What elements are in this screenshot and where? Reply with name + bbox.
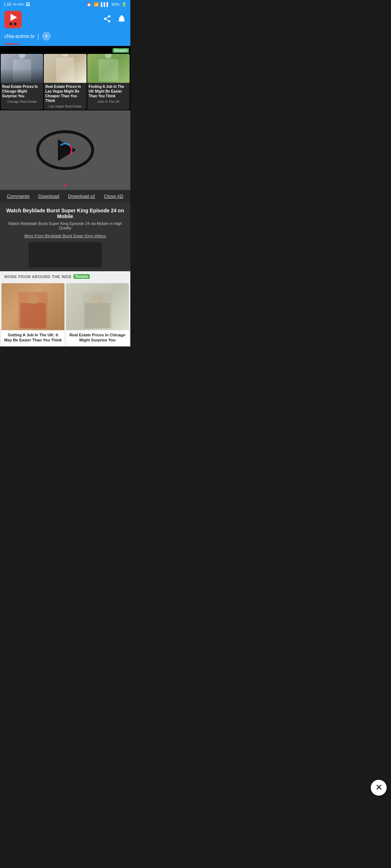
video-play-oval: [36, 130, 94, 170]
tab-active-line: [4, 43, 19, 44]
battery-text: 80%: [112, 2, 119, 7]
ad-card-ukjobs[interactable]: Finding A Job In The UK Might Be Easier …: [87, 54, 130, 110]
bottom-card-uk-job-image: [1, 283, 64, 330]
wifi-icon: 📶: [94, 2, 99, 7]
image-icon: 🖼: [26, 2, 30, 7]
bottom-card-chicago-body: Real Estate Prices In Chicago Might Surp…: [66, 330, 129, 345]
alarm-icon: ⏰: [87, 2, 92, 7]
header-icons: [103, 14, 126, 25]
bottom-card-chicago[interactable]: Real Estate Prices In Chicago Might Surp…: [66, 283, 129, 345]
video-thumb-box: [29, 242, 102, 268]
ad-card-ukjobs-image: [87, 54, 130, 83]
video-bottom-dots: [64, 184, 66, 186]
bottom-card-chicago-title: Real Estate Prices In Chicago Might Surp…: [68, 332, 127, 343]
ad-card-chicago-image: [1, 54, 43, 83]
comments-link[interactable]: Comments: [7, 193, 30, 199]
more-from-web-text: MORE FROM AROUND THE WEB: [4, 275, 71, 279]
video-controls-bar: Comments Download Download v2 Close AD: [0, 190, 130, 203]
steepto-badge-top: Steepto: [113, 48, 129, 53]
share-icon[interactable]: [103, 14, 112, 25]
svg-point-2: [108, 20, 110, 22]
ad-card-lasvegas-image: [44, 54, 86, 83]
bottom-card-chicago-image: [66, 283, 129, 330]
bottom-card-uk-job[interactable]: Getting A Job In The UK: It May Be Easie…: [1, 283, 64, 345]
time: 1:55: [4, 2, 11, 7]
bottom-cards-row: Getting A Job In The UK: It May Be Easie…: [0, 282, 130, 346]
video-player[interactable]: [0, 110, 130, 190]
status-right: ⏰ 📶 ▌▌▌ 80% 🔋: [87, 2, 127, 7]
ad-card-lasvegas-title: Real Estate Prices In Las Vegas Might Be…: [45, 84, 85, 103]
loading-spinner: [58, 143, 72, 157]
url-bar: chia-anime.tv | +: [0, 30, 130, 43]
video-more-link[interactable]: More From Beyblade Burst Super King Vide…: [24, 234, 106, 238]
svg-point-0: [108, 15, 110, 17]
record-dots: [9, 22, 17, 25]
video-thumbnail-area: [0, 242, 130, 271]
tab-indicator: [0, 43, 130, 46]
ad-card-chicago-title: Real Estate Prices In Chicago Might Surp…: [2, 84, 42, 98]
ad-card-ukjobs-title: Finding A Job In The UK Might Be Easier …: [89, 84, 128, 98]
url-text[interactable]: chia-anime.tv: [4, 33, 34, 39]
video-dot-1: [64, 184, 66, 186]
bottom-card-uk-job-body: Getting A Job In The UK: It May Be Easie…: [1, 330, 64, 345]
add-tab-button[interactable]: +: [42, 32, 51, 41]
signal-icon: ▌▌▌: [101, 2, 109, 7]
ad-card-chicago[interactable]: Real Estate Prices In Chicago Might Surp…: [1, 54, 43, 110]
ad-card-lasvegas-body: Real Estate Prices In Las Vegas Might Be…: [44, 83, 86, 110]
ad-cards-row: Real Estate Prices In Chicago Might Surp…: [0, 54, 130, 110]
ad-card-ukjobs-body: Finding A Job In The UK Might Be Easier …: [87, 83, 130, 105]
play-logo-icon: [10, 14, 17, 21]
status-left: 1:55 34 KB/s 🖼: [4, 2, 30, 7]
status-bar: 1:55 34 KB/s 🖼 ⏰ 📶 ▌▌▌ 80% 🔋: [0, 0, 130, 9]
svg-point-1: [104, 18, 106, 20]
battery-icon: 🔋: [122, 2, 127, 7]
bottom-card-uk-job-title: Getting A Job In The UK: It May Be Easie…: [4, 332, 62, 343]
svg-line-3: [106, 19, 109, 21]
url-divider: |: [37, 33, 39, 40]
close-ad-link[interactable]: Close AD: [104, 193, 123, 199]
ad-card-chicago-subtitle: Chicago Real Estate: [2, 100, 42, 103]
video-info: Watch Beyblade Burst Super King Episode …: [0, 203, 130, 242]
ad-banner-top: Steepto: [0, 46, 130, 54]
data-speed: 34 KB/s: [13, 3, 24, 6]
app-header: [0, 9, 130, 30]
ad-card-chicago-body: Real Estate Prices In Chicago Might Surp…: [1, 83, 43, 105]
svg-line-4: [106, 17, 109, 18]
bell-icon[interactable]: [117, 14, 126, 25]
ad-card-ukjobs-subtitle: Jobs In The UK: [89, 100, 128, 103]
download-link[interactable]: Download: [38, 193, 59, 199]
download-v2-link[interactable]: Download v2: [68, 193, 95, 199]
app-logo[interactable]: [4, 11, 22, 28]
ad-card-lasvegas-subtitle: Las Vegas Real Estate: [45, 105, 85, 108]
more-from-web-banner: MORE FROM AROUND THE WEB Steepto: [0, 271, 130, 282]
ad-card-lasvegas[interactable]: Real Estate Prices In Las Vegas Might Be…: [44, 54, 86, 110]
video-info-subtitle: Watch Beyblade Burst Super King Episode …: [4, 221, 126, 230]
steepto-badge-bottom: Steepto: [73, 274, 90, 279]
video-info-title: Watch Beyblade Burst Super King Episode …: [4, 208, 126, 219]
